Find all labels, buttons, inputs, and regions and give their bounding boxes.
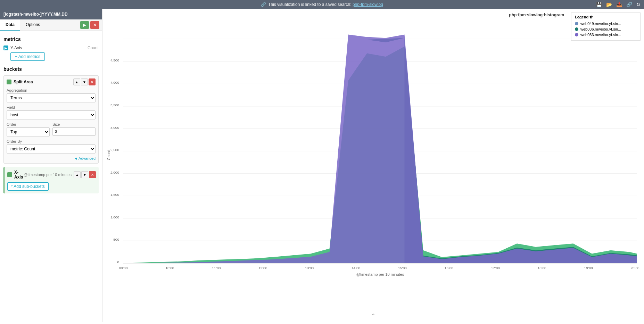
legend-title: Legend ✿ [575,15,637,19]
tab-actions: ▶ ✕ [80,19,102,31]
open-icon[interactable]: 📂 [606,2,612,7]
legend-dot-0 [575,22,578,25]
close-button[interactable]: ✕ [90,21,99,29]
xaxis-controls: ▲ ▼ ✕ [74,171,96,178]
svg-text:1,500: 1,500 [110,193,119,197]
advanced-link[interactable]: ◄ Advanced [7,156,96,160]
y-axis-value: Count [88,45,99,50]
split-area-up[interactable]: ▲ [73,78,80,85]
aggregation-row: Aggregation Terms [7,88,96,102]
field-label: Field [7,105,96,109]
tab-options[interactable]: Options [20,19,46,31]
svg-text:500: 500 [113,238,119,241]
run-button[interactable]: ▶ [80,21,89,29]
main-layout: [logstash-mweibo-]YYYY.MM.DD Data Option… [0,9,644,322]
svg-text:@timestamp per 10 minutes: @timestamp per 10 minutes [356,272,404,276]
xaxis-label: X-Axis [14,170,24,180]
y-axis-label: Y-Axis [10,45,88,50]
order-group: Order Top [7,122,50,136]
split-area-header: Split Area ▲ ▼ ✕ [7,78,96,85]
chart-svg: Count 0 500 1,000 1,500 2,000 2,500 3,00… [106,13,641,308]
add-sub-buckets-button[interactable]: ᵞ Add sub-buckets [7,182,49,191]
add-metrics-button[interactable]: + Add metrics [10,52,45,61]
xaxis-up[interactable]: ▲ [74,171,81,178]
refresh-icon[interactable]: ↻ [636,2,641,7]
collapse-button[interactable]: ⌃ [371,313,375,319]
buckets-title: buckets [3,66,99,72]
size-group: Size 3 [52,122,96,136]
svg-text:10:00: 10:00 [165,266,174,270]
svg-text:3,500: 3,500 [110,103,119,107]
topbar-actions: 💾 📂 📤 🔗 ↻ [596,2,641,7]
svg-text:17:00: 17:00 [491,266,500,270]
svg-text:12:00: 12:00 [258,266,267,270]
svg-text:16:00: 16:00 [445,266,453,270]
legend-label-1: web036.mweibo.yf.sin... [580,27,621,31]
split-area-label: Split Area [14,80,73,84]
split-area-remove[interactable]: ✕ [89,78,96,85]
xaxis-header: X-Axis @timestamp per 10 minutes ▲ ▼ ✕ [7,170,96,180]
legend-dot-2 [575,33,578,36]
split-area-toggle[interactable] [7,80,11,84]
xaxis-info: @timestamp per 10 minutes [24,173,72,177]
y-axis-toggle[interactable]: ▶ [3,45,8,50]
chart-title: php-fpm-slowlog-histogram [509,13,564,17]
link-icon: 🔗 [261,2,266,7]
order-by-select[interactable]: metric: Count [7,144,96,153]
topbar-message: This visualization is linked to a saved … [268,2,351,7]
svg-text:09:00: 09:00 [119,266,127,270]
legend: Legend ✿ web049.mweibo.yf.sin... web036.… [571,13,641,41]
panel-content: metrics ▶ Y-Axis Count + Add metrics buc… [0,31,102,200]
xaxis-bucket: X-Axis @timestamp per 10 minutes ▲ ▼ ✕ ᵞ… [3,167,99,193]
legend-item-0: web049.mweibo.yf.sin... [575,22,637,26]
size-label: Size [52,122,96,126]
svg-text:11:00: 11:00 [212,266,221,270]
legend-label-2: web033.mweibo.yf.sin... [580,33,621,37]
svg-text:18:00: 18:00 [538,266,546,270]
svg-text:15:00: 15:00 [398,266,407,270]
svg-text:20:00: 20:00 [631,266,639,270]
order-select[interactable]: Top [7,127,50,136]
xaxis-toggle[interactable] [7,172,12,177]
save-icon[interactable]: 💾 [596,2,602,7]
split-area-controls: ▲ ▼ ✕ [73,78,96,85]
index-label: [logstash-mweibo-]YYYY.MM.DD [0,9,102,19]
legend-label-0: web049.mweibo.yf.sin... [580,22,621,26]
share-icon[interactable]: 📤 [616,2,622,7]
legend-item-1: web036.mweibo.yf.sin... [575,27,637,31]
svg-text:13:00: 13:00 [305,266,314,270]
left-panel: [logstash-mweibo-]YYYY.MM.DD Data Option… [0,9,102,322]
tab-bar: Data Options ▶ ✕ [0,19,102,31]
y-axis-row: ▶ Y-Axis Count [3,45,99,50]
order-size-row: Order Top Size 3 [7,122,96,136]
legend-dot-1 [575,27,578,31]
field-select[interactable]: host [7,110,96,119]
aggregation-select[interactable]: Terms [7,93,96,102]
svg-text:0: 0 [117,260,119,264]
xaxis-down[interactable]: ▼ [81,171,88,178]
svg-text:4,500: 4,500 [110,58,119,62]
svg-text:2,000: 2,000 [110,171,119,174]
topbar: 🔗 This visualization is linked to a save… [0,0,644,9]
aggregation-label: Aggregation [7,88,96,92]
order-label: Order [7,122,50,126]
topbar-search-link[interactable]: php-fpm-slowlog [353,2,383,7]
svg-text:4,000: 4,000 [110,81,119,85]
export-icon[interactable]: 🔗 [626,2,632,7]
tab-data[interactable]: Data [0,19,20,31]
split-area-bucket: Split Area ▲ ▼ ✕ Aggregation Terms Field [3,75,99,164]
svg-text:2,500: 2,500 [110,148,119,152]
svg-text:19:00: 19:00 [584,266,593,270]
field-row: Field host [7,105,96,119]
metrics-title: metrics [3,36,99,42]
chart-area: php-fpm-slowlog-histogram Legend ✿ web04… [102,9,644,322]
svg-text:14:00: 14:00 [352,266,360,270]
order-by-label: Order By [7,139,96,143]
svg-marker-24 [123,35,637,263]
svg-text:1,000: 1,000 [110,215,119,219]
xaxis-remove[interactable]: ✕ [89,171,96,178]
order-by-row: Order By metric: Count [7,139,96,153]
svg-text:3,000: 3,000 [110,126,119,130]
size-input[interactable]: 3 [52,127,96,136]
split-area-down[interactable]: ▼ [81,78,88,85]
